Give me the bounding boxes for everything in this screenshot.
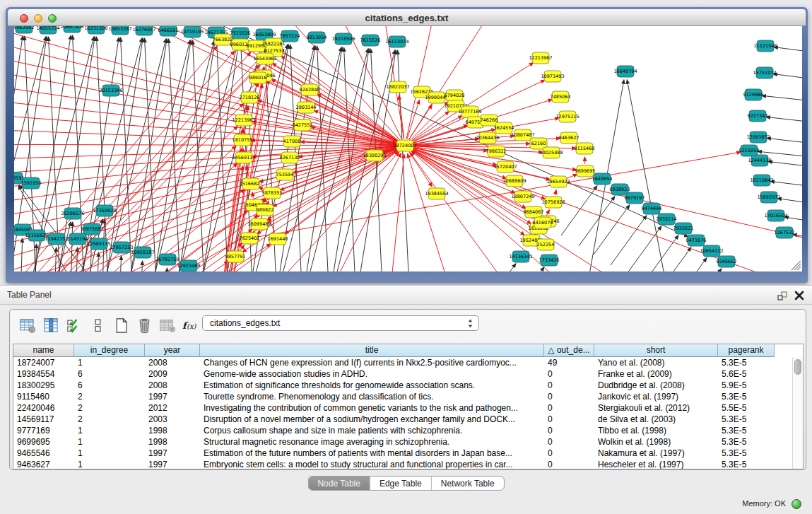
graph-node[interactable]: 10654112	[700, 245, 723, 257]
column-header-short[interactable]: short	[594, 344, 718, 357]
graph-node[interactable]: 9242848	[300, 84, 320, 95]
graph-node[interactable]: 417008	[283, 136, 301, 147]
graph-node[interactable]: 20691406	[60, 26, 83, 33]
column-header-out-de-[interactable]: △ out_de...	[544, 344, 594, 357]
network-canvas[interactable]: 9862902140557242069140616231506106532871…	[14, 26, 802, 271]
graph-node[interactable]: 15166827	[239, 178, 262, 189]
graph-node[interactable]: 15720407	[493, 161, 517, 173]
graph-node[interactable]: 12213963	[232, 115, 255, 126]
tab-network-table[interactable]: Network Table	[431, 477, 504, 490]
graph-node[interactable]: 12975115	[555, 111, 579, 122]
graph-node[interactable]: 15276017	[132, 26, 155, 35]
graph-node[interactable]: 17957253	[110, 242, 133, 253]
graph-node[interactable]: 18807249	[511, 191, 534, 202]
graph-node[interactable]: 9245652	[717, 256, 737, 267]
table-row[interactable]: 1456911722003Disruption of a novel membe…	[13, 414, 793, 425]
function-builder-button[interactable]: f(x)	[182, 315, 200, 335]
graph-node[interactable]: 8267130	[280, 152, 300, 163]
graph-node[interactable]: 1145194	[68, 233, 88, 245]
graph-node[interactable]: 12942757	[45, 233, 68, 245]
canvas-resize-grip[interactable]	[792, 261, 801, 270]
graph-node[interactable]: 9115460	[575, 143, 595, 154]
column-header-name[interactable]: name	[13, 344, 74, 357]
graph-node[interactable]: 7625402	[240, 233, 260, 244]
graph-node[interactable]: 10719195	[180, 26, 204, 37]
graph-node[interactable]: 1733426	[539, 255, 560, 266]
graph-node[interactable]: 12444138	[748, 155, 771, 166]
table-row[interactable]: 1872400712008Changes of HCN gene express…	[13, 357, 793, 368]
graph-node[interactable]: 7485063	[551, 91, 571, 103]
graph-node[interactable]: 12923468	[177, 260, 200, 271]
graph-node[interactable]: 1167532	[775, 227, 795, 238]
float-panel-icon[interactable]	[777, 290, 788, 301]
graph-node[interactable]: 14569117	[232, 152, 255, 163]
graph-node[interactable]: 7515526	[230, 28, 251, 39]
graph-node[interactable]: 1640954	[592, 173, 613, 185]
column-header-year[interactable]: year	[145, 344, 200, 357]
window-titlebar[interactable]: citations_edges.txt	[8, 9, 806, 26]
table-row[interactable]: 1938455462009Genome-wide association stu…	[13, 368, 793, 380]
graph-node[interactable]: 1810755	[233, 134, 253, 146]
table-settings-button[interactable]	[18, 315, 37, 335]
graph-node[interactable]: 9699695	[575, 165, 596, 177]
graph-node[interactable]: 1691448	[268, 233, 288, 245]
table-scrollbar-thumb[interactable]	[794, 359, 801, 375]
graph-node[interactable]: 2803144	[296, 102, 317, 113]
graph-node[interactable]: 12093872	[746, 132, 770, 143]
column-header-pagerank[interactable]: pagerank	[718, 344, 775, 357]
delete-table-button[interactable]	[135, 315, 153, 335]
graph-node[interactable]: 6679197	[625, 192, 645, 204]
graph-node[interactable]: 10958187	[131, 247, 154, 258]
graph-node[interactable]: 12505135	[87, 238, 110, 250]
table-scrollbar[interactable]	[792, 357, 803, 469]
graph-node[interactable]: 10025488	[539, 147, 563, 158]
node-table[interactable]: namein_degreeyeartitle△ out_de...shortpa…	[13, 344, 804, 469]
graph-node[interactable]: 10973493	[541, 71, 564, 82]
graph-node[interactable]: 18822037	[386, 81, 409, 93]
memory-status-indicator[interactable]	[792, 499, 801, 509]
graph-node[interactable]: 9129966	[743, 89, 764, 100]
graph-node[interactable]: 9862902	[14, 26, 34, 33]
graph-node[interactable]: 5878353	[262, 187, 283, 199]
graph-node[interactable]: 18724007	[393, 140, 416, 151]
graph-node[interactable]: 17359928	[93, 205, 116, 216]
tab-node-table[interactable]: Node Table	[308, 477, 370, 490]
column-header-in-degree[interactable]: in_degree	[74, 344, 145, 357]
graph-node[interactable]: 10653287	[108, 26, 131, 35]
graph-node[interactable]: 19654923	[546, 176, 570, 187]
graph-node[interactable]: 2718126	[240, 92, 260, 103]
graph-node[interactable]: 9463627	[559, 132, 579, 144]
graph-node[interactable]: 989016	[249, 72, 267, 83]
graph-node[interactable]: 989822	[257, 204, 274, 216]
graph-node[interactable]: 17016504	[764, 210, 787, 221]
table-row[interactable]: 969969511998Structural magnetic resonanc…	[13, 436, 793, 448]
graph-node[interactable]: 8427552	[293, 119, 313, 131]
graph-node[interactable]: 252254	[537, 239, 555, 250]
graph-node[interactable]: 746266	[481, 115, 498, 126]
graph-node[interactable]: 9227343	[748, 110, 768, 122]
graph-node[interactable]: 19218506	[331, 33, 355, 45]
graph-node[interactable]: 6794028	[445, 90, 465, 101]
graph-node[interactable]: 20364436	[476, 132, 499, 144]
column-header-title[interactable]: title	[200, 344, 544, 357]
graph-node[interactable]: 12213967	[529, 52, 552, 64]
graph-node[interactable]: 7857224	[280, 30, 300, 42]
graph-node[interactable]: 1591950	[21, 177, 42, 189]
graph-node[interactable]: 753594	[276, 169, 294, 180]
graph-node[interactable]: 11121548	[753, 40, 777, 52]
graph-node[interactable]: 14136141	[509, 251, 532, 262]
graph-node[interactable]: 15751074	[753, 67, 776, 78]
graph-node[interactable]: 9474444	[642, 203, 662, 214]
graph-node[interactable]: 7615526	[360, 35, 381, 46]
table-row[interactable]: 946554611997Estimation of the future num…	[13, 448, 793, 459]
graph-node[interactable]: 7932621	[673, 223, 694, 234]
graph-node[interactable]: 16099489	[247, 218, 271, 230]
select-columns-button[interactable]	[65, 315, 83, 335]
graph-node[interactable]: 6466161	[158, 26, 179, 36]
graph-node[interactable]: 6416074	[533, 217, 553, 228]
table-row[interactable]: 977716911998Corpus callosum shape and si…	[13, 425, 793, 436]
graph-node[interactable]: 16648794	[613, 66, 637, 77]
table-row[interactable]: 2242004622012Investigating the contribut…	[13, 402, 793, 414]
graph-node[interactable]: 2935114	[657, 214, 677, 225]
graph-node[interactable]: 19384554	[425, 188, 448, 199]
